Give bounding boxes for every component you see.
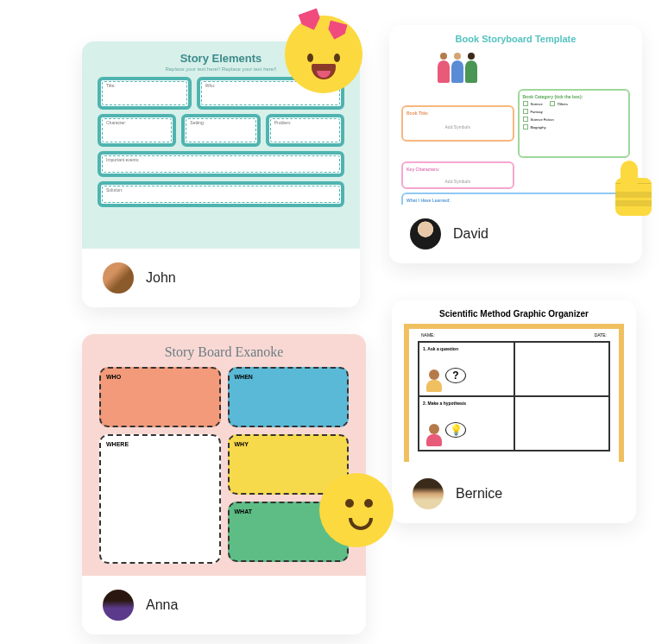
people-illustration [401,49,514,85]
author-row: Anna [82,576,366,635]
story-box: Character: [98,114,176,147]
book-title-box: Book Title: Add Symbols [401,105,514,142]
author-name: Anna [146,597,178,613]
who-box: WHO [99,367,221,427]
author-name: Bernice [456,486,502,502]
template-title: Story Board Exanoke [99,344,349,360]
date-label: DATE: [595,332,607,338]
author-name: John [146,270,176,286]
story-box: Important events: [98,151,344,177]
smiley-emoji-icon [319,473,394,547]
avatar [103,590,134,621]
category-box: Book Category (tick the box): Science Ot… [518,89,631,158]
heart-eyes-emoji-icon [285,16,362,93]
template-title: Book Storyboard Template [401,34,630,44]
template-thumbnail: Book Storyboard Template Book Title: Add… [389,25,642,205]
template-card-anna[interactable]: Story Board Exanoke WHO WHEN WHERE WHY W… [82,334,366,635]
story-box: Title: [98,77,192,110]
template-title: Scientific Method Graphic Organizer [404,309,624,319]
story-box: Solution: [98,181,344,207]
thought-bubble-icon: 💡 [445,422,466,438]
story-box: Setting: [181,114,260,147]
avatar [413,478,444,509]
name-label: NAME: [421,332,435,338]
author-row: Bernice [392,464,636,523]
template-thumbnail: Scientific Method Graphic Organizer NAME… [392,300,636,464]
when-box: WHEN [228,367,350,427]
step-cell [514,342,610,396]
story-box: Problem: [266,114,344,147]
learned-box: What I Have Learned: Add Symbols ? [401,193,630,205]
step-cell: 1. Ask a question ? [419,342,514,396]
thumbs-up-emoji-icon [606,159,661,219]
template-card-david[interactable]: Book Storyboard Template Book Title: Add… [389,25,642,263]
where-box: WHERE [99,434,221,564]
step-cell [514,396,610,451]
thought-bubble-icon: ? [445,368,466,383]
author-name: David [453,226,488,242]
template-card-bernice[interactable]: Scientific Method Graphic Organizer NAME… [392,300,636,523]
author-row: David [389,205,642,263]
avatar [410,218,441,249]
step-cell: 2. Make a hypothesis 💡 [419,396,514,451]
characters-box: Key Characters: Add Symbols [401,161,514,189]
avatar [103,262,134,294]
template-thumbnail: Story Board Exanoke WHO WHEN WHERE WHY W… [82,334,366,576]
author-row: John [82,249,360,307]
